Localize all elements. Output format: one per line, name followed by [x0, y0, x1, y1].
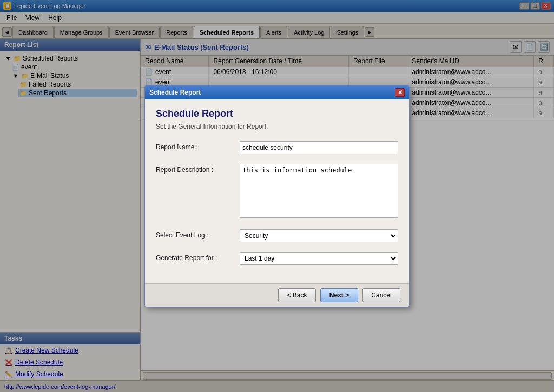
report-name-label: Report Name :	[156, 141, 240, 151]
modal-title-bar: Schedule Report ✕	[145, 85, 409, 99]
generate-report-select[interactable]: Last 1 day Last 7 days Last 30 days	[240, 252, 398, 265]
report-name-field	[240, 141, 398, 154]
schedule-report-modal: Schedule Report ✕ Schedule Report Set th…	[144, 85, 410, 307]
modal-subtitle: Set the General Information for Report.	[156, 123, 398, 130]
next-button[interactable]: Next >	[320, 288, 358, 302]
event-log-select[interactable]: Security System Application	[240, 229, 398, 242]
report-desc-field: This is information schedule	[240, 164, 398, 220]
event-log-label: Select Event Log :	[156, 229, 240, 239]
modal-footer: < Back Next > Cancel	[145, 283, 409, 307]
modal-overlay: Schedule Report ✕ Schedule Report Set th…	[0, 0, 554, 392]
report-name-input[interactable]	[240, 141, 398, 154]
form-row-report-desc: Report Description : This is information…	[156, 164, 398, 220]
event-log-field: Security System Application	[240, 229, 398, 242]
generate-report-field: Last 1 day Last 7 days Last 30 days	[240, 252, 398, 265]
modal-heading: Schedule Report	[156, 108, 398, 119]
report-desc-label: Report Description :	[156, 164, 240, 174]
cancel-button[interactable]: Cancel	[362, 288, 400, 302]
form-row-event-log: Select Event Log : Security System Appli…	[156, 229, 398, 242]
modal-close-btn[interactable]: ✕	[395, 88, 405, 97]
modal-content: Schedule Report Set the General Informat…	[145, 99, 409, 283]
modal-title: Schedule Report	[149, 89, 201, 96]
report-desc-textarea[interactable]: This is information schedule	[240, 164, 398, 218]
generate-report-label: Generate Report for :	[156, 252, 240, 262]
form-row-report-name: Report Name :	[156, 141, 398, 154]
back-button[interactable]: < Back	[278, 288, 316, 302]
form-row-generate: Generate Report for : Last 1 day Last 7 …	[156, 252, 398, 265]
